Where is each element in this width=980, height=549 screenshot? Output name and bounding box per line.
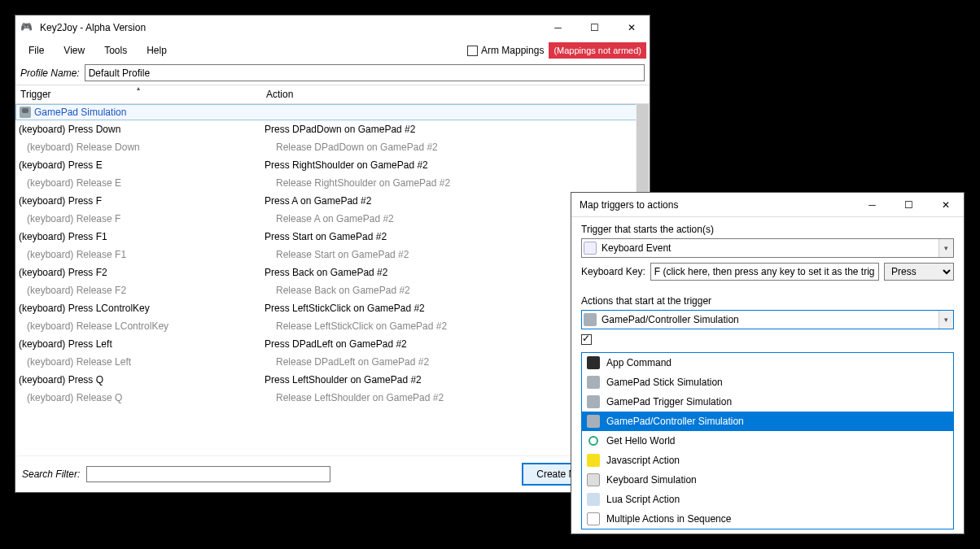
trigger-cell: (keyboard) Release Left — [15, 353, 261, 371]
dialog-close-button[interactable]: ✕ — [927, 193, 964, 217]
dropdown-item[interactable]: Multiple Actions in Sequence — [582, 509, 953, 529]
minimize-button[interactable]: ─ — [540, 15, 576, 40]
press-mode-select[interactable]: Press — [884, 263, 954, 281]
trigger-cell: (keyboard) Press E — [15, 156, 261, 174]
item-icon — [587, 376, 600, 389]
action-cell: Press RightShoulder on GamePad #2 — [261, 156, 650, 174]
table-row[interactable]: (keyboard) Release LeftRelease DPadLeft … — [15, 353, 650, 371]
arm-mappings-checkbox[interactable]: Arm Mappings — [467, 45, 544, 56]
menubar: File View Tools Help Arm Mappings (Mappi… — [15, 40, 650, 61]
table-row[interactable]: (keyboard) Press LControlKeyPress LeftSt… — [15, 299, 650, 317]
chevron-down-icon: ▾ — [938, 239, 953, 257]
column-trigger[interactable]: ▴ Trigger — [15, 85, 261, 103]
dropdown-item-label: GamePad Stick Simulation — [606, 377, 723, 388]
table-row[interactable]: (keyboard) Release ERelease RightShoulde… — [15, 174, 650, 192]
gamepad-icon — [582, 313, 598, 326]
trigger-cell: (keyboard) Release LControlKey — [15, 317, 261, 335]
item-icon — [587, 473, 600, 486]
table-row[interactable]: (keyboard) Press FPress A on GamePad #2 — [15, 192, 650, 210]
trigger-cell: (keyboard) Release Q — [15, 389, 261, 407]
item-icon — [587, 415, 600, 428]
table-row[interactable]: (keyboard) Press EPress RightShoulder on… — [15, 156, 650, 174]
map-trigger-dialog: Map triggers to actions ─ ☐ ✕ Trigger th… — [571, 192, 965, 534]
arm-status-badge: (Mappings not armed) — [549, 42, 646, 59]
dialog-maximize-button[interactable]: ☐ — [890, 193, 927, 217]
trigger-cell: (keyboard) Press LControlKey — [15, 299, 261, 317]
keyboard-key-label: Keyboard Key: — [581, 266, 645, 277]
dropdown-item[interactable]: App Command — [582, 353, 953, 373]
trigger-type-value: Keyboard Event — [598, 242, 938, 254]
trigger-cell: (keyboard) Press F — [15, 192, 261, 210]
table-row[interactable]: (keyboard) Release LControlKeyRelease Le… — [15, 317, 650, 335]
trigger-section-label: Trigger that starts the action(s) — [571, 217, 964, 238]
chevron-down-icon: ▾ — [938, 311, 953, 329]
dialog-title: Map triggers to actions — [571, 199, 854, 211]
trigger-cell: (keyboard) Release E — [15, 174, 261, 192]
table-row[interactable]: (keyboard) Press LeftPress DPadLeft on G… — [15, 335, 650, 353]
menu-tools[interactable]: Tools — [94, 41, 137, 59]
mapping-list-header: ▴ Trigger Action — [15, 85, 650, 104]
action-type-combo[interactable]: GamePad/Controller Simulation ▾ — [581, 310, 954, 329]
menu-help[interactable]: Help — [137, 41, 177, 59]
checkbox-row[interactable] — [581, 334, 954, 345]
dropdown-item[interactable]: GamePad Trigger Simulation — [582, 392, 953, 412]
sort-indicator-icon: ▴ — [137, 85, 140, 92]
search-filter-label: Search Filter: — [22, 468, 80, 480]
dropdown-item[interactable]: Get Hello World — [582, 431, 953, 451]
profile-row: Profile Name: — [15, 61, 650, 85]
keyboard-icon — [582, 242, 598, 255]
table-row[interactable]: (keyboard) Release F2Release Back on Gam… — [15, 281, 650, 299]
group-label: GamePad Simulation — [34, 107, 126, 118]
table-row[interactable]: (keyboard) Press DownPress DPadDown on G… — [15, 120, 650, 138]
table-row[interactable]: (keyboard) Press QPress LeftShoulder on … — [15, 371, 650, 389]
dropdown-item[interactable]: Javascript Action — [582, 451, 953, 470]
action-dropdown-list: App CommandGamePad Stick SimulationGameP… — [581, 352, 954, 529]
dropdown-item-label: Multiple Actions in Sequence — [606, 513, 731, 525]
dropdown-item-label: Keyboard Simulation — [606, 474, 697, 486]
trigger-type-combo[interactable]: Keyboard Event ▾ — [581, 238, 954, 258]
actions-section-label: Actions that start at the trigger — [571, 289, 964, 310]
table-row[interactable]: (keyboard) Release DownRelease DPadDown … — [15, 138, 650, 156]
table-row[interactable]: (keyboard) Press F2Press Back on GamePad… — [15, 264, 650, 281]
profile-name-input[interactable] — [85, 64, 645, 81]
table-row[interactable]: (keyboard) Release FRelease A on GamePad… — [15, 210, 650, 228]
menu-view[interactable]: View — [54, 41, 94, 59]
trigger-cell: (keyboard) Press Left — [15, 335, 261, 353]
keyboard-key-input[interactable] — [650, 263, 879, 281]
checkbox-icon — [467, 46, 478, 56]
trigger-cell: (keyboard) Press F1 — [15, 228, 261, 246]
column-action[interactable]: Action — [261, 85, 650, 103]
action-type-value: GamePad/Controller Simulation — [598, 314, 938, 325]
trigger-cell: (keyboard) Press Down — [15, 120, 261, 138]
dropdown-item[interactable]: GamePad/Controller Simulation — [582, 412, 953, 431]
search-filter-input[interactable] — [86, 466, 330, 482]
app-icon: 🎮 — [20, 21, 33, 34]
table-row[interactable]: (keyboard) Release F1Release Start on Ga… — [15, 246, 650, 264]
maximize-button[interactable]: ☐ — [576, 15, 613, 40]
close-button[interactable]: ✕ — [613, 15, 650, 40]
checkbox-icon — [581, 334, 592, 345]
trigger-cell: (keyboard) Press F2 — [15, 264, 261, 281]
item-icon — [587, 512, 600, 525]
dropdown-item[interactable]: GamePad Stick Simulation — [582, 373, 953, 392]
window-title: Key2Joy - Alpha Version — [38, 22, 540, 33]
gamepad-icon — [20, 107, 31, 118]
item-icon — [587, 454, 600, 467]
group-header[interactable]: GamePad Simulation ⌃ — [15, 104, 650, 120]
main-titlebar: 🎮 Key2Joy - Alpha Version ─ ☐ ✕ — [15, 15, 650, 40]
item-icon — [587, 434, 600, 447]
trigger-cell: (keyboard) Press Q — [15, 371, 261, 389]
profile-label: Profile Name: — [20, 68, 80, 79]
menu-file[interactable]: File — [19, 41, 54, 59]
keyboard-key-row: Keyboard Key: Press — [581, 263, 954, 281]
dropdown-item[interactable]: Keyboard Simulation — [582, 470, 953, 490]
item-icon — [587, 356, 600, 369]
table-row[interactable]: (keyboard) Press F1Press Start on GamePa… — [15, 228, 650, 246]
dropdown-item-label: GamePad/Controller Simulation — [606, 416, 744, 427]
main-window: 🎮 Key2Joy - Alpha Version ─ ☐ ✕ File Vie… — [15, 15, 650, 493]
dialog-minimize-button[interactable]: ─ — [854, 193, 890, 217]
dropdown-item[interactable]: Lua Script Action — [582, 490, 953, 509]
dropdown-item-label: GamePad Trigger Simulation — [606, 396, 732, 407]
table-row[interactable]: (keyboard) Release QRelease LeftShoulder… — [15, 389, 650, 407]
dropdown-item-label: Javascript Action — [606, 455, 680, 466]
